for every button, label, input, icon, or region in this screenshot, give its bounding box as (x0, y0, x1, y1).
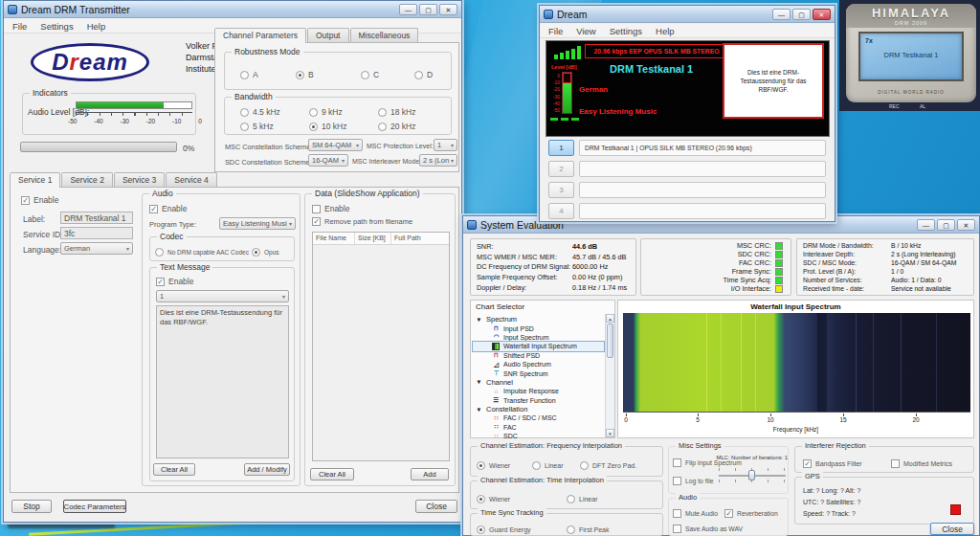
msc-prot-select[interactable]: 1▾ (434, 139, 457, 151)
menu-settings[interactable]: Settings (603, 26, 649, 36)
tab-service-1[interactable]: Service 1 (10, 172, 60, 188)
station-field-2[interactable] (579, 161, 826, 177)
col-full-path[interactable]: Full Path (391, 233, 424, 244)
receiver-titlebar[interactable]: Dream — ▢ ✕ (540, 6, 835, 23)
tree-group-constellation[interactable]: ▾Constellation (473, 405, 604, 413)
transmitter-titlebar[interactable]: Dream DRM Transmitter — ▢ ✕ (4, 1, 461, 18)
guard-energy-radio[interactable]: Guard Energy (477, 525, 531, 534)
reverberation-checkbox[interactable]: ✓Reverberation (724, 509, 778, 518)
waterfall-plot[interactable] (623, 313, 970, 413)
col-size[interactable]: Size [KB] (355, 233, 391, 244)
freq-dft-radio[interactable]: DFT Zero Pad. (580, 461, 636, 470)
close-icon[interactable]: ✕ (957, 219, 975, 231)
first-peak-radio[interactable]: First Peak (567, 525, 610, 534)
maximize-icon[interactable]: ▢ (937, 219, 955, 231)
bw-9[interactable]: 9 kHz (309, 107, 343, 117)
mlc-slider-handle[interactable] (748, 470, 755, 480)
transmitter-close-button[interactable]: Close (415, 500, 457, 513)
robustness-c[interactable]: C (361, 70, 379, 79)
tab-service-2[interactable]: Service 2 (61, 172, 112, 187)
msc-inter-select[interactable]: 2 s (Long Interleav▾ (419, 154, 457, 167)
bandpass-filter-checkbox[interactable]: ✓Bandpass Filter (803, 459, 862, 468)
menu-settings[interactable]: Settings (33, 21, 79, 32)
menu-file[interactable]: File (542, 26, 569, 36)
service-language-select[interactable]: German▾ (60, 242, 133, 255)
scroll-down-icon[interactable]: ▼ (606, 429, 614, 437)
tree-item-waterfall-input-spectrum[interactable]: Waterfall Input Spectrum (473, 342, 604, 350)
freq-wiener-radio[interactable]: Wiener (477, 461, 510, 470)
bw-5[interactable]: 5 kHz (240, 122, 274, 131)
tree-item-fac-sdc-msc[interactable]: ∷FAC / SDC / MSC (473, 413, 604, 422)
robustness-d[interactable]: D (414, 70, 433, 79)
station-button-1[interactable]: 1 (548, 140, 574, 156)
codec-aac-radio[interactable]: No DRM capable AAC Codec (155, 248, 249, 257)
freq-linear-radio[interactable]: Linear (532, 461, 563, 470)
close-icon[interactable]: ✕ (439, 4, 457, 15)
minimize-icon[interactable]: — (772, 9, 791, 20)
tab-output[interactable]: Output (307, 28, 349, 42)
tab-miscellaneous[interactable]: Miscellaneous (350, 28, 419, 42)
data-clear-all-button[interactable]: Clear All (310, 468, 354, 480)
minimize-icon[interactable]: — (917, 219, 935, 231)
station-button-2[interactable]: 2 (548, 161, 574, 177)
msc-scheme-select[interactable]: SM 64-QAM▾ (308, 139, 363, 151)
time-linear-radio[interactable]: Linear (567, 495, 597, 503)
bw-4-5[interactable]: 4.5 kHz (240, 107, 280, 117)
data-enable-checkbox[interactable]: Enable (312, 204, 349, 213)
station-field-1[interactable]: DRM Testkanal 1 | OPUS SILK MB STEREO (2… (579, 140, 826, 156)
close-icon[interactable]: ✕ (813, 9, 831, 20)
remove-path-checkbox[interactable]: ✓Remove path from filename (312, 217, 412, 226)
tree-item-impulse-response[interactable]: ⌂Impulse Response (473, 387, 604, 395)
bw-18[interactable]: 18 kHz (378, 107, 415, 117)
tree-item-sdc[interactable]: ∷SDC (473, 432, 604, 440)
tree-group-channel[interactable]: ▾Channel (473, 378, 604, 387)
tab-channel-parameters[interactable]: Channel Parameters (214, 28, 306, 43)
robustness-a[interactable]: A (240, 70, 258, 79)
menu-help[interactable]: Help (80, 21, 113, 32)
chart-selector-scrollbar[interactable]: ▲ ▼ (605, 314, 614, 437)
station-button-3[interactable]: 3 (548, 182, 574, 198)
save-wav-checkbox[interactable]: Save Audio as WAV (673, 525, 743, 533)
textmsg-enable-checkbox[interactable]: ✓Enable (156, 277, 193, 286)
menu-help[interactable]: Help (649, 26, 681, 36)
audio-enable-checkbox[interactable]: ✓Enable (149, 204, 187, 213)
menu-file[interactable]: File (6, 21, 33, 32)
mute-audio-checkbox[interactable]: Mute Audio (673, 509, 718, 518)
sdc-scheme-select[interactable]: 16-QAM▾ (308, 154, 348, 167)
tree-item-transfer-function[interactable]: ☰Transfer Function (473, 396, 604, 405)
tree-item-input-psd[interactable]: ⊓Input PSD (473, 324, 604, 332)
bw-20[interactable]: 20 kHz (378, 122, 415, 131)
service-label-field[interactable]: DRM Testkanal 1 (60, 212, 133, 224)
service-enable-checkbox[interactable]: ✓Enable (21, 195, 58, 205)
bw-10[interactable]: 10 kHz (309, 122, 346, 131)
tab-service-3[interactable]: Service 3 (114, 172, 165, 187)
textmsg-select[interactable]: 1▾ (156, 290, 289, 302)
modified-metrics-checkbox[interactable]: Modified Metrics (891, 459, 952, 468)
program-type-select[interactable]: Easy Listening Music▾ (219, 217, 296, 230)
time-wiener-radio[interactable]: Wiener (477, 495, 510, 503)
maximize-icon[interactable]: ▢ (419, 4, 437, 15)
menu-view[interactable]: View (569, 26, 602, 36)
robustness-b[interactable]: B (296, 70, 314, 79)
tree-item-audio-spectrum[interactable]: ◿Audio Spectrum (473, 360, 604, 368)
file-table[interactable]: File Name Size [KB] Full Path (312, 232, 450, 461)
data-add-button[interactable]: Add (411, 468, 449, 480)
col-file-name[interactable]: File Name (313, 233, 355, 244)
tab-service-4[interactable]: Service 4 (166, 172, 216, 187)
station-field-3[interactable] (579, 182, 826, 198)
codec-parameters-button[interactable]: Codec Parameters (63, 500, 126, 513)
tree-item-fac[interactable]: ∷FAC (473, 423, 604, 432)
station-field-4[interactable] (579, 203, 826, 219)
station-button-4[interactable]: 4 (548, 203, 574, 219)
tree-group-spectrum[interactable]: ▾Spectrum (473, 315, 604, 324)
maximize-icon[interactable]: ▢ (792, 9, 811, 20)
stop-button[interactable]: Stop (11, 500, 52, 513)
textmsg-clear-all-button[interactable]: Clear All (153, 463, 195, 476)
tree-item-snr-spectrum[interactable]: ⊤SNR Spectrum (473, 368, 604, 377)
system-eval-close-button[interactable]: Close (930, 523, 974, 535)
tree-item-input-spectrum[interactable]: ◠Input Spectrum (473, 333, 604, 342)
service-id-field[interactable]: 3fc (60, 227, 133, 239)
scrollbar-thumb[interactable] (607, 324, 613, 358)
textmsg-textarea[interactable]: Dies ist eine DRM-Testaussendung für das… (156, 305, 289, 458)
minimize-icon[interactable]: — (399, 4, 417, 15)
